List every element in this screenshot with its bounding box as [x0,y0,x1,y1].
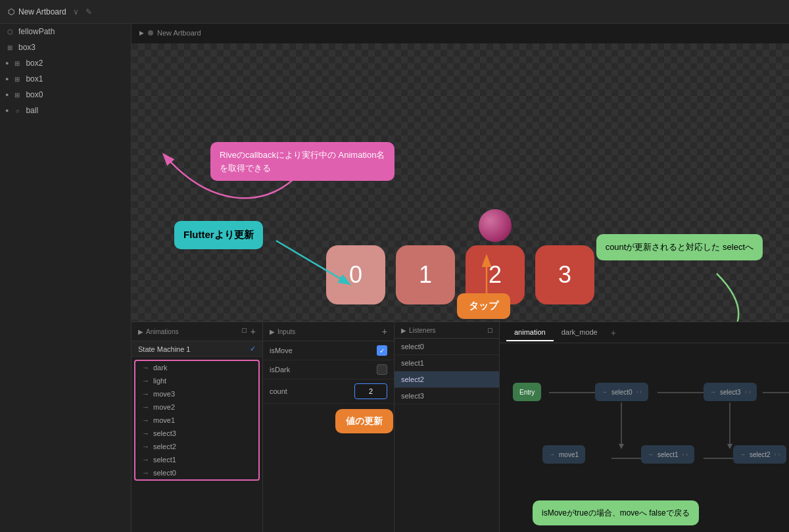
ball [479,209,512,242]
listeners-header: ▶ Listeners □ [394,322,499,339]
layer-item-box3[interactable]: ⊞ box3 [0,39,131,55]
svg-marker-13 [619,444,624,449]
input-isdark[interactable]: isDark [263,360,394,379]
shape-icon: ⊞ [12,74,22,84]
animations-panel: ▶ Animations □ + State Machine 1 ✓ →dark… [132,322,263,532]
node-move1[interactable]: → move1 [542,445,585,464]
graph-svg [500,343,789,532]
layers-panel: ⬡ fellowPath ⊞ box3 ● ⊞ box2 ● ⊞ box1 ● … [0,24,132,532]
listener-select2[interactable]: select2 [394,372,499,388]
add-tab-button[interactable]: + [606,324,621,342]
anim-select1[interactable]: →select1 [135,453,258,466]
graph-canvas: Entry → select0 ‹ › → select3 ‹ › → [500,343,789,532]
canvas-area: ▶ New Artboard 0 1 2 3 [132,24,789,532]
state-machine-item[interactable]: State Machine 1 ✓ [132,341,262,357]
animations-header: ▶ Animations □ + [132,322,262,341]
anim-dark[interactable]: →dark [135,361,258,374]
artboard-icon: ⬡ [8,7,14,16]
anim-move1[interactable]: →move1 [135,414,258,427]
animations-title: ▶ Animations [138,328,178,335]
node-select3[interactable]: → select3 ‹ › [704,383,757,401]
group-icon: ⬡ [5,27,14,36]
listener-select1[interactable]: select1 [394,355,499,372]
shape-icon: ⊞ [12,59,22,68]
artboard-label: ▶ New Artboard [139,29,201,37]
svg-marker-15 [727,444,732,449]
input-count[interactable]: count [263,379,394,404]
node-select0[interactable]: → select0 ‹ › [595,383,648,401]
box-3[interactable]: 3 [535,245,594,304]
inputs-panel: ▶ Inputs + isMove ✓ isDark count [263,322,394,532]
artboard-dot [148,30,153,36]
layer-item-box2[interactable]: ● ⊞ box2 [0,55,131,71]
inputs-title: ▶ Inputs [270,328,295,335]
count-input[interactable] [354,383,387,399]
node-select2[interactable]: → select2 ‹ › [733,445,786,464]
folder-icon-listeners[interactable]: □ [488,326,492,334]
listeners-panel: ▶ Listeners □ select0 select1 select2 [394,322,500,532]
main-layout: ⬡ fellowPath ⊞ box3 ● ⊞ box2 ● ⊞ box1 ● … [0,24,789,532]
input-ismove[interactable]: isMove ✓ [263,341,394,360]
inputs-header: ▶ Inputs + [263,322,394,341]
folder-icon[interactable]: □ [242,326,247,337]
anim-light[interactable]: →light [135,374,258,387]
boxes-container: 0 1 2 3 [326,245,594,304]
box-1[interactable]: 1 [396,245,455,304]
node-entry[interactable]: Entry [513,383,541,401]
tab-animation[interactable]: animation [506,324,554,341]
ismove-checkbox[interactable]: ✓ [377,345,387,356]
box-2[interactable]: 2 [466,245,525,304]
tab-dark-mode[interactable]: dark_mode [554,324,606,341]
node-select1[interactable]: → select1 ‹ › [641,445,694,464]
box-0[interactable]: 0 [326,245,385,304]
graph-panel: animation dark_mode + [500,322,789,532]
play-icon: ▶ [139,30,144,36]
anim-select3[interactable]: →select3 [135,427,258,440]
top-bar: ⬡ New Artboard ∨ ✎ [0,0,789,24]
layer-item-fellowpath[interactable]: ⬡ fellowPath [0,24,131,39]
anim-move3[interactable]: →move3 [135,387,258,400]
shape-icon: ⊞ [12,90,22,99]
anim-move2[interactable]: →move2 [135,400,258,414]
graph-tabs: animation dark_mode + [500,322,789,343]
listener-select3[interactable]: select3 [394,388,499,404]
anim-select0[interactable]: →select0 [135,466,258,479]
circle-icon: ○ [12,106,22,115]
layer-item-box0[interactable]: ● ⊞ box0 [0,87,131,103]
listeners-title: ▶ Listeners [401,327,436,334]
bottom-panels: ▶ Animations □ + State Machine 1 ✓ →dark… [132,322,789,532]
isdark-checkbox[interactable] [377,364,387,375]
layer-item-ball[interactable]: ● ○ ball [0,103,131,118]
shape-icon: ⊞ [5,43,14,52]
listener-select0[interactable]: select0 [394,339,499,355]
add-input-button[interactable]: + [382,326,387,337]
window-title: ⬡ New Artboard ∨ ✎ [8,7,92,16]
layer-item-box1[interactable]: ● ⊞ box1 [0,71,131,87]
add-animation-button[interactable]: + [251,326,256,337]
animation-list: →dark →light →move3 →move2 →move1 →selec… [134,360,260,481]
anim-select2[interactable]: →select2 [135,440,258,453]
